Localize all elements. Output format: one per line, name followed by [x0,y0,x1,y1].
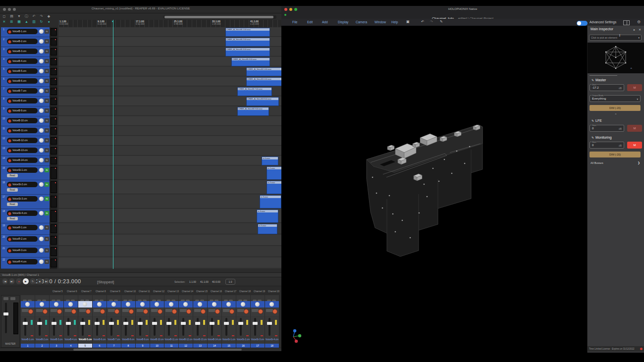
strip-number[interactable]: 12 [179,344,193,348]
gear-icon[interactable]: ⚙ [637,20,641,24]
track-row[interactable]: 17VoiceSt-3.cmINRead [1,195,50,209]
fx-indicator[interactable] [88,320,90,325]
pan-knob[interactable] [39,225,44,230]
mixer-strip[interactable]: VoiceB-6.cm6 [93,295,107,348]
track-name-pill[interactable]: VoiceR-1.cm [7,225,38,230]
item-group-icon[interactable]: ▦ [16,19,22,24]
pan-knob[interactable] [39,182,44,187]
track-row[interactable]: 6VoiceB-6.cmIN [1,77,50,87]
arrange-track-lane[interactable] [58,156,281,165]
strip-number[interactable]: 3 [50,344,63,348]
record-arm-button[interactable] [186,309,191,314]
track-row[interactable]: 8VoiceB-8.cmIN [1,97,50,106]
pan-knob[interactable] [97,302,102,307]
input-monitor-button[interactable]: IN [45,168,49,172]
record-arm-icon[interactable] [8,60,11,63]
mute-solo-buttons[interactable] [79,309,86,312]
pan-knob[interactable] [25,302,30,307]
mixer-strip[interactable]: VoiceB-8.cm8 [121,295,136,348]
pan-knob[interactable] [226,302,231,307]
pan-knob[interactable] [68,302,73,307]
track-row[interactable]: 18VoiceSt-4.cmINRead [1,209,50,223]
volume-fader[interactable] [109,322,114,325]
media-item[interactable]: st-5.wav [258,224,277,234]
track-row[interactable]: 19VoiceR-1.cmIN [1,223,50,235]
fx-indicator[interactable] [103,320,105,325]
menu-item-add[interactable]: Add [322,20,328,24]
mixer-master-strip[interactable]: MASTER [1,295,20,348]
monitoring-dim-button[interactable]: DIM (-20) [590,152,641,157]
crossfade-icon[interactable]: ✕ [1,19,7,24]
master-gain-field[interactable]: Gain -17.2 dB [590,84,624,91]
section-collapse-icon[interactable]: ⌃ [588,113,644,116]
project-settings-icon[interactable]: ⓘ [23,14,30,19]
track-name-pill[interactable]: VoiceSt-3.cm [7,196,38,202]
track-row[interactable]: 4VoiceB-4.cmIN [1,57,50,67]
arrange-hscrollbar[interactable] [163,15,276,19]
strip-mini-knobs[interactable] [95,296,105,300]
mixer-strip[interactable]: VoiceB-1.cm1 [21,295,35,348]
track-name-pill[interactable]: VoiceB-8.cm [7,98,38,103]
pan-knob[interactable] [39,259,44,264]
strip-number[interactable]: 10 [150,344,164,348]
media-item[interactable]: CHMX_A_VoiceB-8.00.wav [246,97,279,106]
volume-fader[interactable] [253,322,258,325]
fx-indicator[interactable] [117,320,119,325]
snap-icon[interactable]: ▥ [31,19,37,24]
output-mode-dropdown[interactable]: Output Mode Everything ▾ [590,95,641,102]
record-arm-button[interactable] [272,309,277,314]
record-arm-icon[interactable] [8,100,11,103]
record-arm-icon[interactable] [8,30,11,34]
mixer-strip[interactable]: VoiceB-12.cm12 [179,295,193,348]
strip-mini-knobs[interactable] [210,296,219,300]
mute-solo-buttons[interactable] [237,309,244,312]
pan-knob[interactable] [40,302,44,307]
master-fader[interactable] [3,312,8,315]
strip-header[interactable] [164,301,178,308]
mute-solo-buttons[interactable] [108,309,115,312]
ruler-mark[interactable]: 17.1.000:32.000 [136,20,145,25]
mute-solo-buttons[interactable] [122,309,129,312]
mixer-strip[interactable]: VoiceB-11.cm11 [164,295,179,348]
strip-number[interactable]: 16 [236,344,250,348]
monitoring-mute-button[interactable]: M [627,142,642,149]
mixer-strip[interactable]: VoiceB-7.cm7 [107,295,121,348]
track-row[interactable]: 7VoiceB-7.cmIN [1,87,50,97]
edit-pen-icon[interactable]: ✎ [440,20,443,24]
repeat-button[interactable]: ↻ [30,278,36,284]
menu-item-camera[interactable]: Camera [356,20,367,24]
strip-number[interactable]: 1 [21,344,35,348]
mixer-strip[interactable]: VoiceB-3.cm3 [50,295,64,348]
strip-mini-knobs[interactable] [238,296,248,300]
volume-fader[interactable] [23,322,28,325]
master-dim-button[interactable]: DIM (-20) [590,105,641,111]
open-project-icon[interactable]: ▤ [8,14,15,19]
track-name-pill[interactable]: VoiceB-10.cm [7,118,38,123]
track-row[interactable]: 22VoiceR-4.cmIN [1,258,50,269]
pan-knob[interactable] [39,69,44,73]
strip-number[interactable]: 2 [35,344,49,348]
volume-fader[interactable] [195,322,200,325]
strip-mini-knobs[interactable] [253,296,263,300]
ruler-mark[interactable]: 9.1.000:16.000 [98,20,107,25]
fx-indicator[interactable] [59,320,61,325]
input-monitor-button[interactable]: IN [45,79,49,83]
detach-icon[interactable]: ▸ [634,28,635,31]
pan-knob[interactable] [140,302,145,307]
record-arm-button[interactable] [114,309,119,314]
track-name-pill[interactable]: VoiceB-9.cm [7,108,38,113]
record-arm-icon[interactable] [8,90,11,93]
volume-fader[interactable] [224,322,229,325]
strip-header[interactable] [50,301,63,308]
strip-header[interactable] [150,301,164,308]
track-name-pill[interactable]: VoiceB-5.cm [7,68,38,74]
arrange-track-lane[interactable] [58,126,281,136]
volume-fader[interactable] [238,322,243,325]
track-name-pill[interactable]: VoiceB-1.cm [7,29,38,34]
track-name-pill[interactable]: VoiceR-3.cm [7,248,38,253]
fx-indicator[interactable] [246,320,248,325]
pan-knob[interactable] [39,29,44,34]
record-arm-icon[interactable] [8,109,11,113]
pan-knob[interactable] [169,302,173,307]
mixer-strip[interactable]: VoiceSt-4.cm18 [265,295,279,348]
